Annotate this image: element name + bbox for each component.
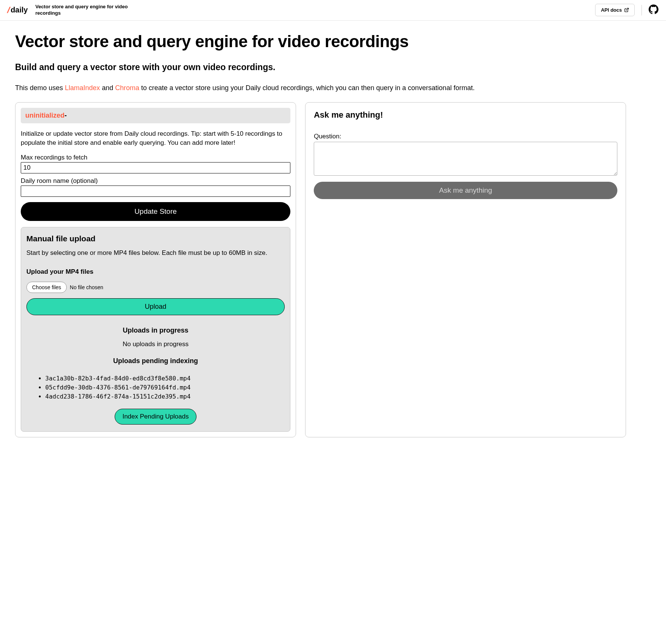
page-intro: This demo uses LlamaIndex and Chroma to … bbox=[15, 83, 626, 93]
max-recordings-input[interactable] bbox=[21, 162, 290, 173]
room-name-label: Daily room name (optional) bbox=[21, 177, 290, 185]
pending-files-list: 3ac1a30b-82b3-4fad-84d0-ed8cd3f8e580.mp4… bbox=[26, 374, 285, 401]
chroma-link[interactable]: Chroma bbox=[115, 84, 139, 92]
uploads-in-progress-title: Uploads in progress bbox=[26, 327, 285, 334]
external-link-icon bbox=[624, 8, 629, 12]
pending-file-item: 05cfdd9e-30db-4376-8561-de79769164fd.mp4 bbox=[45, 383, 285, 392]
api-docs-label: API docs bbox=[601, 7, 622, 13]
brand-name: daily bbox=[11, 6, 28, 14]
header-subtitle: Vector store and query engine for video … bbox=[35, 4, 141, 17]
app-header: / daily Vector store and query engine fo… bbox=[0, 0, 666, 21]
status-dash: - bbox=[64, 112, 67, 119]
pending-file-item: 3ac1a30b-82b3-4fad-84d0-ed8cd3f8e580.mp4 bbox=[45, 374, 285, 383]
header-divider bbox=[641, 5, 642, 15]
main-container: Vector store and query engine for video … bbox=[0, 21, 641, 449]
ask-title: Ask me anything! bbox=[314, 110, 617, 120]
page-title: Vector store and query engine for video … bbox=[15, 32, 626, 51]
brand-logo[interactable]: / daily bbox=[8, 5, 28, 15]
upload-description: Start by selecting one or more MP4 files… bbox=[26, 248, 285, 258]
index-pending-button[interactable]: Index Pending Uploads bbox=[115, 409, 197, 425]
ask-panel: Ask me anything! Question: Ask me anythi… bbox=[305, 102, 626, 437]
status-text: uninitialized bbox=[25, 112, 64, 119]
llamaindex-link[interactable]: LlamaIndex bbox=[65, 84, 100, 92]
upload-button[interactable]: Upload bbox=[26, 298, 285, 315]
intro-text-3: to create a vector store using your Dail… bbox=[139, 84, 474, 92]
uploads-in-progress-text: No uploads in progress bbox=[26, 340, 285, 348]
init-description: Initialize or update vector store from D… bbox=[21, 129, 290, 147]
file-input-row: Choose files No file chosen bbox=[26, 282, 285, 293]
status-bar: uninitialized- bbox=[21, 108, 290, 123]
pending-file-item: 4adcd238-1786-46f2-874a-15151c2de395.mp4 bbox=[45, 392, 285, 401]
file-chosen-status: No file chosen bbox=[70, 284, 103, 290]
choose-files-button[interactable]: Choose files bbox=[26, 282, 67, 293]
question-input[interactable] bbox=[314, 142, 617, 176]
uploads-pending-title: Uploads pending indexing bbox=[26, 357, 285, 365]
github-icon[interactable] bbox=[649, 5, 658, 16]
intro-text-1: This demo uses bbox=[15, 84, 65, 92]
upload-section: Manual file upload Start by selecting on… bbox=[21, 227, 290, 432]
max-recordings-label: Max recordings to fetch bbox=[21, 154, 290, 161]
intro-text-2: and bbox=[100, 84, 115, 92]
question-label: Question: bbox=[314, 133, 617, 140]
upload-files-label: Upload your MP4 files bbox=[26, 268, 285, 276]
page-subtitle: Build and query a vector store with your… bbox=[15, 62, 626, 72]
upload-title: Manual file upload bbox=[26, 234, 285, 243]
update-store-button[interactable]: Update Store bbox=[21, 202, 290, 221]
room-name-input[interactable] bbox=[21, 186, 290, 197]
api-docs-button[interactable]: API docs bbox=[595, 4, 635, 16]
store-panel: uninitialized- Initialize or update vect… bbox=[15, 102, 296, 437]
ask-button[interactable]: Ask me anything bbox=[314, 182, 617, 199]
svg-line-0 bbox=[626, 8, 628, 11]
